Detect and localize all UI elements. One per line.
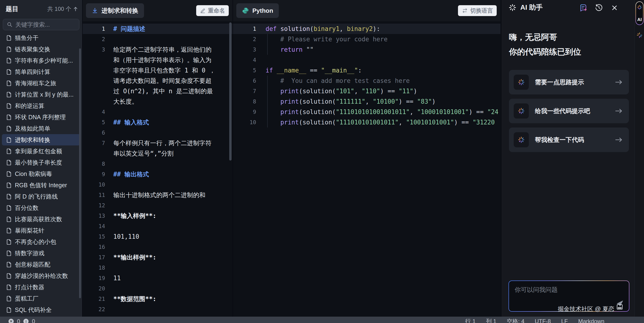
problem-list-item[interactable]: 阿 D 的飞行路线 [2, 191, 80, 202]
problem-list-item[interactable]: 简单四则计算 [2, 66, 80, 78]
markdown-row: 11输出十进制格式的两个二进制的和 [82, 190, 232, 200]
code-row: 4 [233, 55, 500, 65]
close-icon[interactable] [610, 3, 619, 12]
problem-list-item[interactable]: 穿越沙漠的补给次数 [2, 270, 80, 282]
errors-count[interactable]: 0 [17, 318, 20, 323]
status-item[interactable]: LF [561, 318, 568, 323]
errors-icon[interactable]: ✕ [8, 319, 14, 323]
warnings-count[interactable]: 0 [32, 318, 35, 323]
sidebar-scrollbar[interactable] [79, 48, 81, 298]
document-icon [6, 69, 12, 75]
document-icon [6, 160, 12, 166]
document-icon [6, 239, 12, 245]
problem-list-item[interactable]: 比赛最高获胜次数 [2, 214, 80, 225]
language-tab[interactable]: Python [236, 3, 279, 18]
arrow-right-icon [615, 108, 623, 114]
problem-list-item[interactable]: 环状 DNA 序列整理 [2, 112, 80, 123]
problem-title: RGB 色值转 Integer [15, 181, 67, 189]
document-icon [6, 284, 12, 290]
problem-list-item[interactable]: 和的逆运算 [2, 100, 80, 112]
problem-list-item[interactable]: 青海湖租车之旅 [2, 78, 80, 89]
problem-title: 环状 DNA 序列整理 [15, 113, 66, 121]
problem-list-item[interactable]: 及格如此简单 [2, 123, 80, 134]
sort-asc-icon[interactable] [73, 6, 78, 12]
problem-title: 猫鱼分干 [15, 34, 38, 42]
new-chat-icon[interactable] [579, 3, 588, 12]
problem-list-item[interactable]: 暴雨梨花针 [2, 225, 80, 236]
problem-title: 创意标题匹配 [15, 261, 50, 268]
warnings-icon[interactable]: ! [23, 319, 28, 323]
status-item[interactable]: UTF-8 [535, 318, 551, 323]
problem-list-item[interactable]: RGB 色值转 Integer [2, 180, 80, 191]
document-icon [6, 228, 12, 234]
problem-title: 和的逆运算 [15, 102, 44, 110]
problem-title: 比赛最高获胜次数 [15, 215, 62, 223]
markdown-row: 大长度。 [82, 96, 232, 107]
problem-list-item[interactable]: 最小替换子串长度 [2, 157, 80, 168]
problem-list-item[interactable]: 字符串有多少种可能... [2, 55, 80, 66]
code-row: 5if __name__ == "__main__": [233, 65, 500, 76]
arrow-right-icon [615, 137, 623, 142]
markdown-row: 12 [82, 200, 232, 210]
sidebar-title: 题目 [6, 5, 48, 13]
problem-list-item[interactable]: 猜数字游戏 [2, 248, 80, 259]
search-input[interactable]: 关键字搜索... [3, 19, 79, 30]
document-icon [6, 103, 12, 109]
problem-list-item[interactable]: 进制求和转换 [2, 134, 80, 146]
markdown-row: 14 [82, 221, 232, 232]
status-item[interactable]: 列 1 [486, 318, 496, 323]
language-tab-title: Python [252, 7, 273, 14]
status-item[interactable]: 空格: 4 [507, 318, 524, 323]
rail-extension-icon[interactable] [636, 32, 642, 38]
markdown-row: 6 [82, 128, 232, 138]
problem-tab[interactable]: 进制求和转换 [86, 3, 144, 18]
document-icon [6, 273, 12, 279]
markdown-row: 10 [82, 180, 232, 190]
ai-greeting: 嗨，无忌阿哥 你的代码陪练已到位 [509, 30, 581, 59]
ai-rail-button[interactable]: AI [636, 2, 644, 25]
suggestion-label: 需要一点思路提示 [535, 78, 608, 86]
problem-list-item[interactable]: 创意标题匹配 [2, 259, 80, 270]
problem-scrollbar[interactable] [229, 22, 232, 160]
code-row: 2 # Please write your code here [233, 34, 500, 44]
problem-list-item[interactable]: 拿到最多红包金额 [2, 146, 80, 157]
code-row: 7 print(solution("101", "110") == "11") [233, 86, 500, 96]
right-edge-rail: AI [634, 0, 644, 323]
status-item[interactable]: Markdown [578, 318, 604, 323]
ai-input-placeholder: 你可以问我问题 [515, 286, 558, 293]
ai-suggestion-card[interactable]: 需要一点思路提示 [509, 70, 629, 94]
problem-title: 穿越沙漠的补给次数 [15, 272, 68, 280]
markdown-row: 9## 输出格式 [82, 169, 232, 180]
sidebar-header: 题目 共 100 个 [0, 0, 82, 13]
problem-list-item[interactable]: 打点计数器 [2, 282, 80, 293]
status-item[interactable]: 行 1 [465, 318, 476, 323]
ai-suggestion-cards: 需要一点思路提示 给我一些代码提示吧 [509, 70, 629, 152]
markdown-row: 1911 [82, 273, 232, 283]
problem-title: 猜数字游戏 [15, 249, 44, 257]
problem-list-item[interactable]: 蛋糕工厂 [2, 293, 80, 304]
problem-title: 最小替换子串长度 [15, 159, 62, 166]
history-icon[interactable] [594, 3, 604, 12]
problem-list-item[interactable]: SQL 代码补全 [2, 304, 80, 316]
markdown-row: 5## 输入格式 [82, 117, 232, 128]
code-editor[interactable]: 1def solution(binary1, binary2):2 # Plea… [233, 21, 500, 323]
problem-list-item[interactable]: 猫鱼分干 [2, 32, 80, 44]
problem-list-item[interactable]: 不再贪心的小包 [2, 236, 80, 248]
ai-greeting-line2: 你的代码陪练已到位 [509, 44, 581, 59]
rename-button[interactable]: 重命名 [196, 5, 229, 16]
problem-list-item[interactable]: Cion 勒索病毒 [2, 168, 80, 180]
problem-list-item[interactable]: 计算位置 x 到 y 的最... [2, 89, 80, 100]
dock-panel-icon[interactable] [616, 304, 623, 310]
document-icon [6, 58, 12, 64]
markdown-row: 17**输出样例**: [82, 252, 232, 262]
problem-title: 暴雨梨花针 [15, 227, 44, 234]
problem-list-item[interactable]: 链表聚集交换 [2, 44, 80, 55]
ai-suggestion-card[interactable]: 给我一些代码提示吧 [509, 99, 629, 123]
download-arrow-icon [92, 7, 98, 14]
switch-language-button[interactable]: 切换语言 [458, 5, 497, 16]
ai-suggestion-card[interactable]: 帮我检查一下代码 [509, 128, 629, 152]
problem-sidebar: 题目 共 100 个 关键字搜索... 猫鱼分干 [0, 0, 82, 323]
markdown-editor[interactable]: 1# 问题描述23给定两个二进制字符串，返回他们的和（用十进制字符串表示）。输入… [82, 21, 232, 323]
switch-language-label: 切换语言 [470, 7, 493, 14]
problem-list-item[interactable]: 百分位数 [2, 202, 80, 214]
